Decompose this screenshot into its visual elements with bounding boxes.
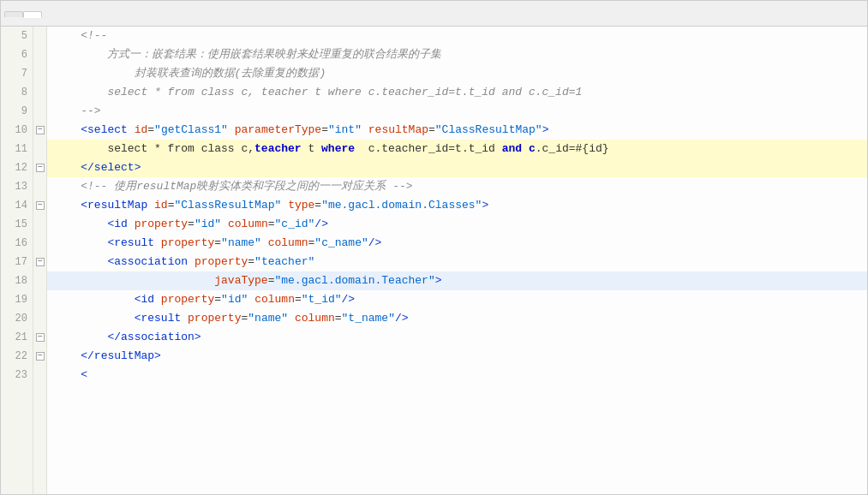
code-segment: "c_id": [275, 218, 315, 230]
code-segment: [54, 368, 81, 381]
fold-cell: [33, 366, 46, 385]
code-line: <select id="getClass1" parameterType="in…: [47, 121, 867, 140]
fold-cell[interactable]: −: [33, 196, 46, 215]
code-segment: "t_id": [302, 293, 342, 306]
code-segment: [54, 331, 107, 343]
code-line: </select>: [47, 158, 867, 177]
code-line: <resultMap id="ClassResultMap" type="me.…: [47, 196, 867, 215]
code-segment: >: [135, 161, 141, 174]
line-number: 5: [1, 27, 33, 45]
code-segment: =: [295, 293, 302, 306]
fold-cell[interactable]: −: [33, 158, 46, 177]
line-number: 16: [1, 234, 33, 253]
code-segment: property: [188, 312, 241, 325]
code-segment: [54, 293, 135, 306]
code-segment: [248, 293, 254, 306]
code-segment: id: [135, 123, 148, 136]
code-segment: =: [214, 236, 221, 249]
code-segment: select: [87, 123, 128, 136]
fold-minus-icon[interactable]: −: [36, 333, 45, 342]
line-number: 18: [1, 271, 33, 290]
code-segment: parameterType: [235, 123, 321, 136]
line-number: 21: [1, 328, 33, 347]
code-segment: <!-- 使用resultMap映射实体类和字段之间的一一对应关系 -->: [54, 180, 413, 193]
fold-minus-icon[interactable]: −: [36, 126, 45, 134]
code-segment: />: [368, 236, 382, 249]
code-segment: [128, 218, 135, 230]
code-segment: [54, 199, 81, 212]
code-segment: >: [195, 331, 201, 343]
line-number: 17: [1, 253, 33, 271]
code-segment: "getClass1": [154, 123, 228, 136]
fold-column: −−−−−−: [33, 27, 47, 494]
code-segment: select * from class c,: [54, 142, 254, 155]
code-segment: type: [288, 199, 314, 212]
code-segment: "int": [328, 123, 362, 136]
code-segment: [54, 236, 107, 249]
code-segment: =: [428, 123, 435, 136]
fold-minus-icon[interactable]: −: [36, 201, 45, 210]
code-segment: [147, 199, 154, 212]
code-segment: =: [268, 218, 275, 230]
code-segment: column: [228, 218, 268, 230]
code-segment: [188, 255, 195, 268]
code-segment: resultMap: [368, 123, 428, 136]
fold-cell: [33, 102, 46, 121]
code-segment: select * from class c, teacher t where c…: [54, 86, 582, 98]
code-area: 567891011121314151617181920212223 −−−−−−…: [1, 27, 867, 494]
code-line: select * from class c, teacher t where c…: [47, 83, 867, 102]
code-segment: =: [147, 123, 154, 136]
code-segment: property: [195, 255, 248, 268]
code-segment: -->: [54, 104, 101, 117]
line-number: 6: [1, 45, 33, 64]
line-number: 15: [1, 215, 33, 234]
fold-cell[interactable]: −: [33, 328, 46, 347]
code-segment: />: [314, 218, 328, 230]
fold-cell[interactable]: −: [33, 347, 46, 366]
code-line: <association property="teacher": [47, 253, 867, 271]
fold-cell: [33, 27, 46, 45]
code-segment: =: [314, 199, 321, 212]
code-segment: [362, 123, 368, 136]
line-number: 9: [1, 102, 33, 121]
line-number: 23: [1, 366, 33, 385]
fold-cell: [33, 140, 46, 158]
code-segment: "c_name": [314, 236, 368, 249]
code-segment: </: [107, 331, 121, 343]
code-segment: [54, 312, 135, 325]
code-segment: [288, 312, 295, 325]
code-segment: "me.gacl.domain.Classes": [321, 199, 482, 212]
fold-minus-icon[interactable]: −: [36, 352, 45, 361]
fold-minus-icon[interactable]: −: [36, 164, 45, 172]
line-number: 20: [1, 309, 33, 328]
fold-minus-icon[interactable]: −: [36, 258, 45, 266]
code-line: <!--: [47, 27, 867, 45]
code-segment: "ClassResultMap": [174, 199, 281, 212]
code-segment: teacher: [254, 142, 302, 155]
code-segment: "teacher": [254, 255, 314, 268]
code-segment: select: [94, 161, 135, 174]
code-segment: =: [321, 123, 328, 136]
code-segment: [54, 255, 107, 268]
code-segment: [154, 293, 161, 306]
line-number: 10: [1, 121, 33, 140]
fold-cell[interactable]: −: [33, 121, 46, 140]
code-line: <: [47, 366, 867, 385]
fold-cell: [33, 309, 46, 328]
tab-select[interactable]: [23, 11, 42, 18]
code-segment: =: [214, 293, 221, 306]
code-segment: column: [268, 236, 308, 249]
code-segment: property: [161, 293, 214, 306]
code-lines: <!-- 方式一：嵌套结果：使用嵌套结果映射来处理重复的联合结果的子集 封装联表…: [47, 27, 867, 494]
tab-mapper[interactable]: [4, 11, 23, 17]
code-segment: />: [395, 312, 409, 325]
code-line: 封装联表查询的数据(去除重复的数据): [47, 64, 867, 83]
code-segment: "ClassResultMap": [435, 123, 542, 136]
code-segment: [281, 199, 288, 212]
tab-bar: [1, 1, 867, 27]
line-number-gutter: 567891011121314151617181920212223: [1, 27, 33, 494]
code-line: javaType="me.gacl.domain.Teacher">: [47, 271, 867, 290]
code-segment: [54, 349, 81, 362]
fold-cell[interactable]: −: [33, 253, 46, 271]
code-segment: <: [81, 199, 87, 212]
